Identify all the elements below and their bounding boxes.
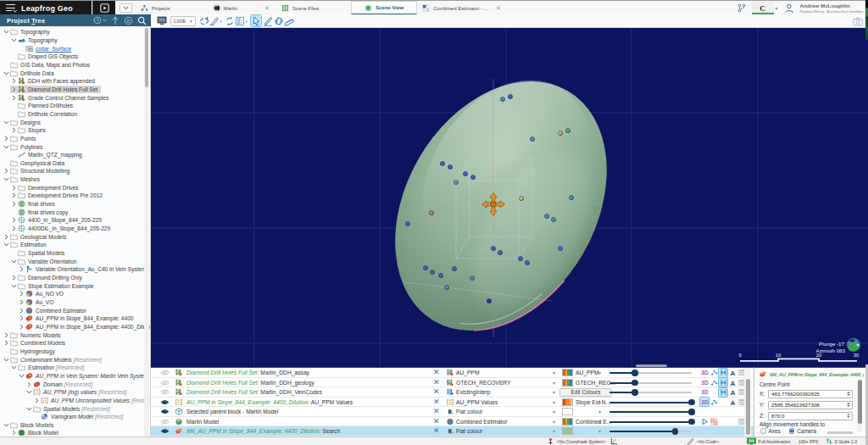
y-spinner[interactable] — [847, 403, 850, 407]
tree-item[interactable]: Au_NO VO — [0, 290, 150, 298]
data-point[interactable] — [453, 180, 458, 184]
chevron-down-icon[interactable]: ▾ — [553, 399, 555, 405]
data-point[interactable] — [429, 210, 433, 214]
tree-item[interactable]: Development Drives Pre 2012 — [0, 192, 150, 200]
expand-up-icon[interactable] — [111, 16, 120, 25]
chevron-right-icon[interactable] — [3, 332, 10, 338]
tree-item[interactable]: Spatial Models[Restricted] — [0, 404, 150, 413]
close-icon[interactable]: ✕ — [264, 5, 270, 12]
chevron-right-icon[interactable] — [18, 315, 25, 321]
x-spinner[interactable] — [847, 392, 850, 396]
data-point[interactable] — [444, 285, 448, 289]
close-icon[interactable]: ✕ — [496, 5, 501, 12]
chevron-right-icon[interactable] — [18, 324, 25, 330]
tree-item[interactable]: 4400_in_Stope_844_205-229 — [0, 216, 150, 225]
refresh-tool-icon[interactable] — [225, 15, 235, 26]
chevron-right-icon[interactable] — [3, 136, 10, 142]
tree-item[interactable]: AU_PPM in Stope_844_Example: 4400 — [0, 314, 150, 323]
eye-hidden-icon[interactable] — [159, 388, 170, 396]
data-point[interactable] — [405, 221, 409, 225]
tab-overflow-button[interactable] — [120, 3, 132, 13]
chevron-down-icon[interactable]: ▾ — [598, 419, 601, 425]
chevron-down-icon[interactable]: ▾ — [220, 19, 224, 24]
eye-visible-icon[interactable] — [159, 427, 170, 435]
text-format-icon[interactable]: A — [728, 369, 737, 377]
colour-swatch[interactable] — [562, 398, 573, 406]
chevron-down-icon[interactable]: ▾ — [598, 399, 601, 405]
chevron-down-icon[interactable]: ▾ — [553, 428, 555, 434]
scatter-icon[interactable] — [709, 369, 718, 377]
data-point[interactable] — [438, 273, 442, 277]
opacity-slider[interactable] — [609, 421, 692, 423]
tree-item[interactable]: Contaminant Models[Restricted] — [0, 355, 150, 364]
tree-item[interactable]: Spatial Models — [0, 249, 150, 258]
chevron-right-icon[interactable] — [10, 275, 18, 281]
eye-visible-icon[interactable] — [159, 398, 170, 406]
interval-icon[interactable] — [719, 388, 727, 397]
chevron-down-icon[interactable] — [3, 71, 10, 75]
properties-scrollbar[interactable] — [857, 380, 862, 432]
tree-item[interactable]: collar_Surface — [0, 44, 150, 53]
shape-list-row[interactable]: Diamond Drill Holes Full Set: Marlin_DDH… — [151, 368, 754, 378]
search-icon[interactable] — [137, 16, 147, 25]
tree-item[interactable]: Topography — [0, 28, 150, 36]
tree-item[interactable]: Grade Control Channel Samples — [0, 93, 150, 102]
chevron-right-icon[interactable] — [18, 291, 25, 297]
acceleration-status[interactable]: Full Acceleration — [747, 437, 791, 445]
tree-item[interactable]: Points — [0, 135, 150, 143]
tree-item[interactable]: AU_PPM Uncomposited Values[Restricted] — [0, 397, 150, 405]
data-point[interactable] — [525, 260, 529, 264]
tree-item[interactable]: Combined Models — [0, 339, 150, 348]
chevron-right-icon[interactable] — [10, 430, 18, 436]
axes-radio[interactable]: Axes — [760, 428, 781, 434]
data-point[interactable] — [430, 270, 434, 274]
tree-item[interactable]: Hydrogeology — [0, 348, 150, 356]
tree-item[interactable]: final drives copy — [0, 208, 150, 216]
tree-item[interactable]: Au_VO — [0, 298, 150, 307]
tree-item[interactable]: GIS Data, Maps and Photos — [0, 61, 150, 70]
chevron-right-icon[interactable] — [3, 234, 10, 240]
properties-scrollbar-thumb[interactable] — [858, 380, 862, 424]
data-point[interactable] — [518, 256, 522, 260]
eye-hidden-icon[interactable] — [159, 418, 170, 426]
text-format-icon[interactable]: A — [728, 398, 737, 406]
tree-item[interactable]: Meshes — [0, 175, 150, 184]
scatter-icon[interactable] — [709, 378, 718, 387]
chevron-right-icon[interactable] — [10, 201, 18, 207]
chevron-down-icon[interactable] — [3, 177, 10, 181]
chevron-down-icon[interactable]: ▾ — [598, 428, 601, 434]
eye-visible-icon[interactable] — [159, 408, 170, 415]
central-logo[interactable]: C — [752, 2, 774, 15]
chevron-right-icon[interactable] — [18, 308, 25, 314]
data-point[interactable] — [500, 97, 504, 101]
tree-item[interactable]: Diamond Drill Holes Full Set — [0, 86, 150, 94]
tree-item[interactable]: Stope Estimation Example — [0, 281, 150, 290]
tree-item[interactable]: Geological Models — [0, 232, 150, 241]
orbit-tool-icon[interactable] — [199, 15, 209, 26]
tree-item[interactable]: Draped GIS Objects — [0, 53, 150, 61]
data-point[interactable] — [470, 275, 474, 280]
chevron-right-icon[interactable] — [10, 185, 18, 191]
eye-hidden-icon[interactable] — [159, 369, 170, 376]
play-animation-icon[interactable] — [700, 417, 709, 426]
chevron-right-icon[interactable] — [25, 381, 33, 387]
data-point[interactable] — [558, 131, 562, 135]
chevron-down-icon[interactable] — [10, 38, 18, 42]
play-button[interactable] — [92, 1, 115, 15]
menu-icon[interactable] — [6, 3, 17, 13]
tree-item[interactable]: Development Drives — [0, 183, 150, 192]
tree-item[interactable]: Variogram Model[Restricted] — [0, 413, 150, 421]
chevron-right-icon[interactable] — [18, 266, 25, 272]
view-3d-icon[interactable]: 3D — [700, 398, 709, 406]
shape-list-row[interactable]: NN_AU_PPM in Stope_844_Example: 4400_Dil… — [151, 426, 754, 437]
data-point[interactable] — [448, 164, 452, 169]
data-point[interactable] — [463, 171, 467, 175]
user-info[interactable]: Andrew McLoughlin Pandora Mining - Austr… — [800, 3, 863, 14]
tree-item[interactable]: Estimation[Restricted] — [0, 364, 150, 372]
tree-item[interactable]: Marlin_QTZ_mapping — [0, 151, 150, 159]
shape-list-row[interactable]: Marlin Model✕Combined Estimator▾Combined… — [151, 417, 754, 427]
colour-swatch[interactable] — [562, 379, 573, 387]
tree-item[interactable]: Numeric Models — [0, 331, 150, 339]
chevron-right-icon[interactable] — [3, 168, 10, 174]
chevron-down-icon[interactable] — [3, 120, 10, 125]
